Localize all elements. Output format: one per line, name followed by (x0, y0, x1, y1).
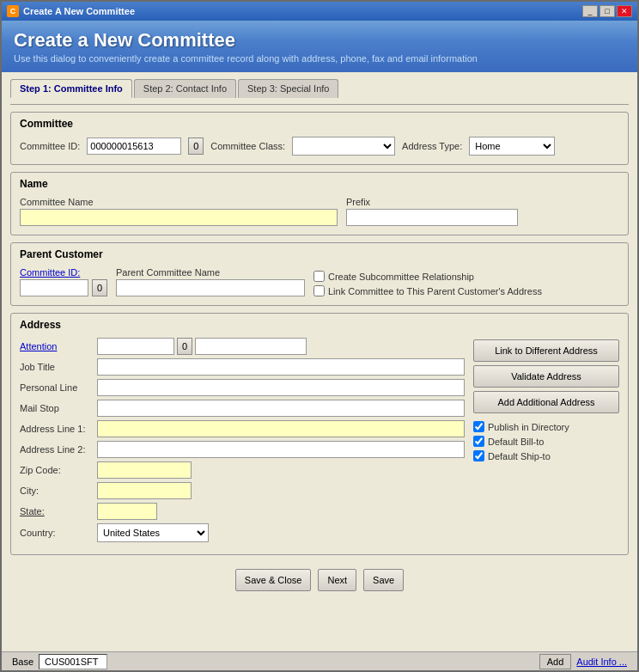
committee-id-input[interactable] (87, 137, 181, 155)
tab-contact-info[interactable]: Step 2: Contact Info (134, 79, 236, 98)
committee-name-label: Committee Name (20, 197, 338, 207)
city-label: City: (20, 486, 97, 496)
title-bar: C Create A New Committee _ □ ✕ (2, 2, 637, 21)
default-bill-label: Default Bill-to (488, 437, 544, 447)
add-button[interactable]: Add (539, 654, 572, 669)
parent-customer-title: Parent Customer (20, 248, 619, 260)
attention-input1[interactable] (97, 338, 174, 355)
parent-name-group: Parent Committee Name (116, 267, 305, 296)
parent-id-group: Committee ID: 0 (20, 267, 107, 296)
job-title-input[interactable] (97, 358, 465, 376)
attention-input2[interactable] (195, 338, 307, 355)
prefix-label: Prefix (346, 197, 518, 207)
tab-committee-info[interactable]: Step 1: Committee Info (10, 79, 132, 98)
attention-link[interactable]: Attention (20, 341, 97, 351)
create-subcommittee-label: Create Subcommittee Relationship (328, 272, 474, 282)
tab-special-info[interactable]: Step 3: Special Info (238, 79, 338, 98)
personal-line-label: Personal Line (20, 382, 97, 393)
address-left-col: Attention 0 Job Title Personal Line (20, 338, 465, 546)
address-line1-input[interactable] (97, 420, 465, 437)
committee-section: Committee Committee ID: 0 Committee Clas… (10, 112, 629, 165)
parent-customer-row: Committee ID: 0 Parent Committee Name Cr… (20, 267, 619, 296)
next-button[interactable]: Next (318, 569, 356, 591)
address-type-label: Address Type: (402, 141, 462, 151)
attention-zero-btn[interactable]: 0 (177, 338, 192, 355)
save-close-button[interactable]: Save & Close (235, 569, 312, 591)
address-line2-input[interactable] (97, 441, 465, 458)
step-tabs: Step 1: Committee Info Step 2: Contact I… (10, 79, 629, 98)
link-committee-row: Link Committee to This Parent Customer's… (313, 285, 542, 296)
address-line1-row: Address Line 1: (20, 420, 465, 437)
window-icon: C (7, 5, 19, 17)
address-type-select[interactable]: Home Work Other (469, 137, 555, 156)
default-bill-row: Default Bill-to (473, 436, 619, 447)
committee-id-label: Committee ID: (20, 141, 80, 151)
name-section-title: Name (20, 178, 619, 190)
main-window: C Create A New Committee _ □ ✕ Create a … (0, 0, 639, 672)
committee-name-group: Committee Name (20, 197, 338, 226)
maximize-button[interactable]: □ (599, 5, 615, 17)
zip-code-row: Zip Code: (20, 461, 465, 479)
base-label: Base (7, 655, 39, 669)
country-select[interactable]: United States Canada Mexico Other (97, 523, 209, 542)
default-ship-label: Default Ship-to (488, 451, 551, 461)
address-right-col: Link to Different Address Validate Addre… (473, 338, 619, 546)
address-buttons: Link to Different Address Validate Addre… (473, 338, 619, 413)
zip-code-input[interactable] (97, 461, 192, 479)
minimize-button[interactable]: _ (582, 5, 598, 17)
address-section-title: Address (20, 319, 619, 331)
default-bill-checkbox[interactable] (473, 436, 484, 447)
default-ship-checkbox[interactable] (473, 450, 484, 461)
publish-directory-checkbox[interactable] (473, 421, 484, 432)
parent-committee-name-label: Parent Committee Name (116, 267, 305, 278)
mail-stop-input[interactable] (97, 400, 465, 417)
validate-addr-button[interactable]: Validate Address (473, 365, 619, 388)
save-button[interactable]: Save (363, 569, 404, 591)
tab-underline (10, 104, 629, 105)
footer-buttons: Save & Close Next Save (10, 562, 629, 595)
address-line1-label: Address Line 1: (20, 424, 97, 434)
link-committee-label: Link Committee to This Parent Customer's… (328, 286, 542, 296)
prefix-input[interactable] (346, 209, 518, 226)
dialog-title: Create a New Committee (14, 29, 625, 52)
state-input[interactable] (97, 503, 157, 520)
committee-info-row: Committee ID: 0 Committee Class: Address… (20, 137, 619, 156)
committee-class-label: Committee Class: (210, 141, 285, 151)
create-subcommittee-checkbox[interactable] (313, 271, 325, 282)
state-link[interactable]: State: (20, 506, 97, 516)
parent-committee-zero-btn[interactable]: 0 (92, 279, 107, 296)
title-bar-buttons: _ □ ✕ (582, 5, 632, 17)
link-diff-addr-button[interactable]: Link to Different Address (473, 339, 619, 362)
address-line2-row: Address Line 2: (20, 441, 465, 458)
link-committee-checkbox[interactable] (313, 285, 325, 296)
personal-line-input[interactable] (97, 379, 465, 396)
add-additional-addr-button[interactable]: Add Additional Address (473, 391, 619, 413)
parent-committee-id-link[interactable]: Committee ID: (20, 267, 107, 278)
country-row: Country: United States Canada Mexico Oth… (20, 523, 465, 542)
zip-code-label: Zip Code: (20, 465, 97, 475)
city-input[interactable] (97, 482, 192, 499)
parent-committee-name-input[interactable] (116, 279, 305, 296)
address-section: Address Attention 0 Job Title (10, 313, 629, 555)
close-button[interactable]: ✕ (617, 5, 632, 17)
attention-row: Attention 0 (20, 338, 465, 355)
publish-directory-label: Publish in Directory (488, 422, 569, 432)
committee-name-input[interactable] (20, 209, 338, 226)
city-row: City: (20, 482, 465, 499)
committee-id-zero-btn[interactable]: 0 (188, 137, 204, 155)
committee-class-select[interactable] (292, 137, 395, 156)
name-section: Name Committee Name Prefix (10, 172, 629, 235)
country-label: Country: (20, 528, 97, 538)
mail-stop-label: Mail Stop (20, 403, 97, 413)
personal-line-row: Personal Line (20, 379, 465, 396)
parent-customer-section: Parent Customer Committee ID: 0 Parent C… (10, 242, 629, 306)
dialog-header: Create a New Committee Use this dialog t… (2, 21, 637, 72)
parent-committee-id-input[interactable] (20, 279, 88, 296)
status-bar: Base CUS001SFT Add Audit Info ... (2, 651, 637, 670)
audit-info-link[interactable]: Audit Info ... (571, 657, 632, 667)
name-grid: Committee Name Prefix (20, 197, 619, 226)
parent-checkboxes: Create Subcommittee Relationship Link Co… (313, 271, 542, 296)
create-subcommittee-row: Create Subcommittee Relationship (313, 271, 542, 282)
address-checkboxes: Publish in Directory Default Bill-to Def… (473, 421, 619, 461)
mail-stop-row: Mail Stop (20, 400, 465, 417)
